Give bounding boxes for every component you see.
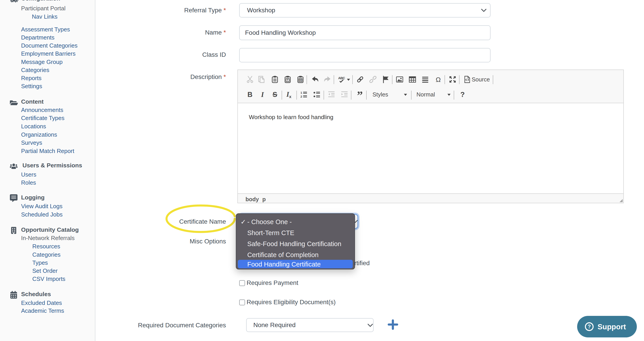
svg-text:?: ? [588, 324, 591, 330]
svg-text:W: W [299, 78, 302, 82]
svg-text:T: T [287, 78, 288, 82]
svg-text:1: 1 [300, 91, 302, 94]
svg-text:ABC: ABC [338, 76, 345, 80]
svg-text:Ω: Ω [436, 76, 441, 83]
svg-text:2: 2 [300, 95, 302, 98]
